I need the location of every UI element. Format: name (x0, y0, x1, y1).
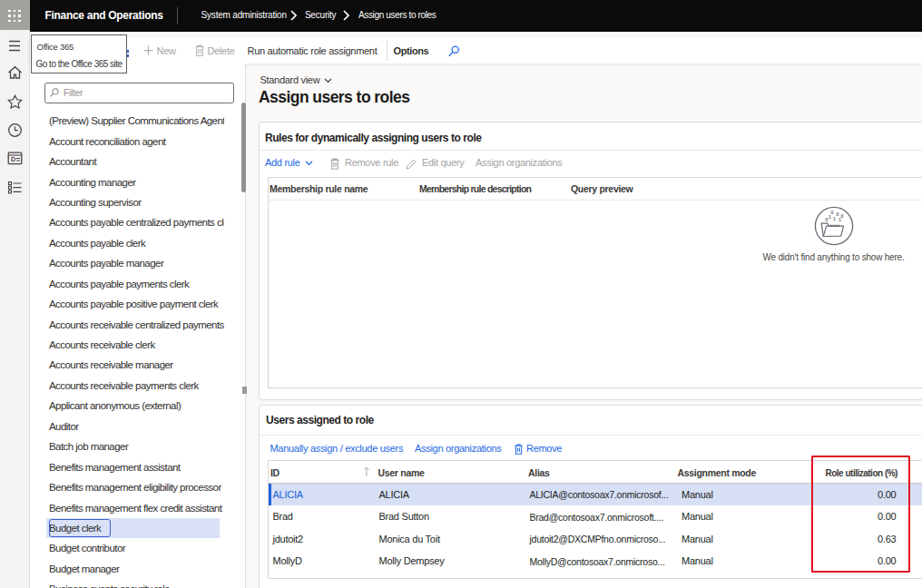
svg-text:1: 1 (833, 216, 836, 221)
svg-text:0: 0 (841, 213, 844, 219)
svg-text:D: D (11, 155, 16, 163)
svg-text:0: 0 (831, 210, 834, 215)
